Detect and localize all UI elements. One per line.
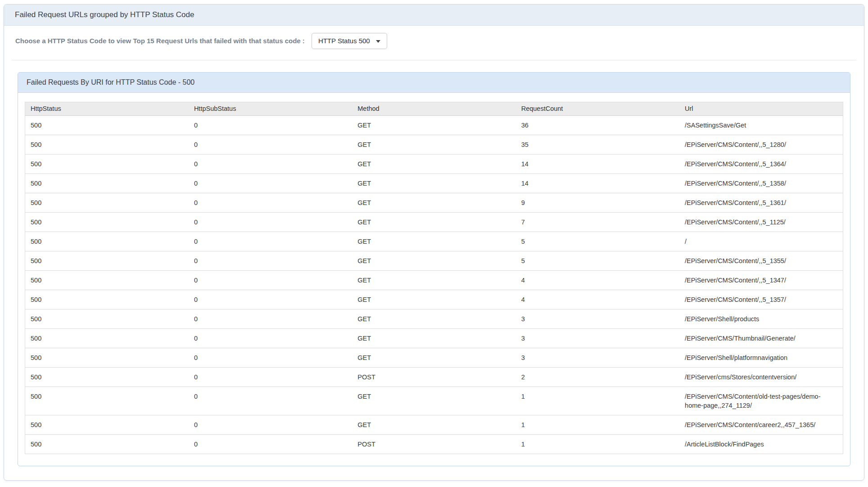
panel-body: HttpStatus HttpSubStatus Method RequestC…: [18, 93, 850, 466]
cell-httpstatus: 500: [25, 232, 189, 251]
cell-method: GET: [352, 232, 515, 251]
cell-httpsubstatus: 0: [189, 251, 352, 271]
cell-url: /EPiServer/CMS/Content/,,5_1280/: [679, 135, 843, 155]
cell-httpstatus: 500: [25, 387, 189, 415]
cell-requestcount: 2: [516, 368, 679, 387]
cell-requestcount: 3: [516, 309, 679, 329]
cell-httpstatus: 500: [25, 155, 189, 174]
table-row: 5000GET35/EPiServer/CMS/Content/,,5_1280…: [25, 135, 843, 155]
cell-httpstatus: 500: [25, 415, 189, 435]
cell-requestcount: 1: [516, 387, 679, 415]
cell-method: GET: [352, 329, 515, 348]
table-header-row: HttpStatus HttpSubStatus Method RequestC…: [25, 102, 843, 116]
cell-requestcount: 4: [516, 290, 679, 309]
cell-httpstatus: 500: [25, 290, 189, 309]
cell-httpsubstatus: 0: [189, 135, 352, 155]
cell-url: /EPiServer/cms/Stores/contentversion/: [679, 368, 843, 387]
cell-httpsubstatus: 0: [189, 309, 352, 329]
cell-method: GET: [352, 348, 515, 368]
table-row: 5000GET1/EPiServer/CMS/Content/old-test-…: [25, 387, 843, 415]
cell-httpsubstatus: 0: [189, 155, 352, 174]
cell-method: GET: [352, 387, 515, 415]
table-row: 5000GET5/EPiServer/CMS/Content/,,5_1355/: [25, 251, 843, 271]
cell-httpstatus: 500: [25, 368, 189, 387]
cell-httpsubstatus: 0: [189, 213, 352, 232]
cell-httpsubstatus: 0: [189, 193, 352, 213]
cell-requestcount: 14: [516, 174, 679, 193]
table-row: 5000GET3/EPiServer/Shell/products: [25, 309, 843, 329]
cell-requestcount: 1: [516, 435, 679, 454]
cell-httpstatus: 500: [25, 348, 189, 368]
cell-httpsubstatus: 0: [189, 348, 352, 368]
cell-httpstatus: 500: [25, 251, 189, 271]
cell-requestcount: 36: [516, 116, 679, 135]
cell-url: /EPiServer/CMS/Content/,,5_1125/: [679, 213, 843, 232]
caret-down-icon: [376, 40, 380, 43]
table-row: 5000GET4/EPiServer/CMS/Content/,,5_1357/: [25, 290, 843, 309]
column-header-httpsubstatus: HttpSubStatus: [189, 102, 352, 116]
cell-httpstatus: 500: [25, 174, 189, 193]
panel-title: Failed Requests By URI for HTTP Status C…: [27, 78, 194, 86]
table-row: 5000GET3/EPiServer/CMS/Thumbnail/Generat…: [25, 329, 843, 348]
cell-method: GET: [352, 271, 515, 290]
cell-httpsubstatus: 0: [189, 116, 352, 135]
cell-method: GET: [352, 415, 515, 435]
cell-httpsubstatus: 0: [189, 271, 352, 290]
cell-httpstatus: 500: [25, 193, 189, 213]
cell-url: /EPiServer/CMS/Content/,,5_1357/: [679, 290, 843, 309]
cell-method: GET: [352, 213, 515, 232]
cell-url: /EPiServer/Shell/products: [679, 309, 843, 329]
cell-requestcount: 1: [516, 415, 679, 435]
controls-row: Choose a HTTP Status Code to view Top 15…: [12, 26, 856, 60]
cell-requestcount: 3: [516, 329, 679, 348]
table-row: 5000GET9/EPiServer/CMS/Content/,,5_1361/: [25, 193, 843, 213]
panel-header: Failed Requests By URI for HTTP Status C…: [18, 73, 850, 93]
cell-httpstatus: 500: [25, 116, 189, 135]
cell-requestcount: 9: [516, 193, 679, 213]
column-header-requestcount: RequestCount: [516, 102, 679, 116]
cell-httpsubstatus: 0: [189, 329, 352, 348]
cell-httpstatus: 500: [25, 309, 189, 329]
table-row: 5000POST2/EPiServer/cms/Stores/contentve…: [25, 368, 843, 387]
cell-method: POST: [352, 435, 515, 454]
column-header-method: Method: [352, 102, 515, 116]
cell-requestcount: 35: [516, 135, 679, 155]
cell-requestcount: 7: [516, 213, 679, 232]
cell-url: /ArticleListBlock/FindPages: [679, 435, 843, 454]
cell-url: /EPiServer/CMS/Content/career2,,457_1365…: [679, 415, 843, 435]
cell-method: GET: [352, 309, 515, 329]
cell-httpsubstatus: 0: [189, 232, 352, 251]
cell-url: /EPiServer/CMS/Content/,,5_1358/: [679, 174, 843, 193]
cell-httpsubstatus: 0: [189, 174, 352, 193]
cell-method: GET: [352, 155, 515, 174]
table-row: 5000GET14/EPiServer/CMS/Content/,,5_1358…: [25, 174, 843, 193]
cell-url: /EPiServer/CMS/Content/,,5_1361/: [679, 193, 843, 213]
cell-url: /EPiServer/CMS/Content/,,5_1355/: [679, 251, 843, 271]
cell-httpsubstatus: 0: [189, 368, 352, 387]
cell-httpstatus: 500: [25, 271, 189, 290]
cell-method: GET: [352, 193, 515, 213]
cell-url: /EPiServer/CMS/Content/old-test-pages/de…: [679, 387, 843, 415]
cell-requestcount: 5: [516, 251, 679, 271]
status-code-dropdown[interactable]: HTTP Status 500: [312, 33, 387, 49]
cell-httpsubstatus: 0: [189, 415, 352, 435]
status-code-dropdown-value: HTTP Status 500: [318, 36, 370, 46]
cell-url: /SASettingsSave/Get: [679, 116, 843, 135]
cell-url: /: [679, 232, 843, 251]
cell-httpstatus: 500: [25, 213, 189, 232]
table-row: 5000GET5/: [25, 232, 843, 251]
cell-method: GET: [352, 290, 515, 309]
cell-httpsubstatus: 0: [189, 290, 352, 309]
table-row: 5000GET3/EPiServer/Shell/platformnavigat…: [25, 348, 843, 368]
cell-httpstatus: 500: [25, 435, 189, 454]
cell-requestcount: 14: [516, 155, 679, 174]
cell-method: GET: [352, 116, 515, 135]
table-row: 5000GET4/EPiServer/CMS/Content/,,5_1347/: [25, 271, 843, 290]
table-body: 5000GET36/SASettingsSave/Get5000GET35/EP…: [25, 116, 843, 454]
report-card: Failed Request URLs grouped by HTTP Stat…: [4, 4, 864, 481]
status-code-dropdown-label: Choose a HTTP Status Code to view Top 15…: [15, 36, 305, 46]
cell-method: POST: [352, 368, 515, 387]
failed-requests-table: HttpStatus HttpSubStatus Method RequestC…: [25, 102, 843, 454]
cell-requestcount: 4: [516, 271, 679, 290]
table-row: 5000GET1/EPiServer/CMS/Content/career2,,…: [25, 415, 843, 435]
